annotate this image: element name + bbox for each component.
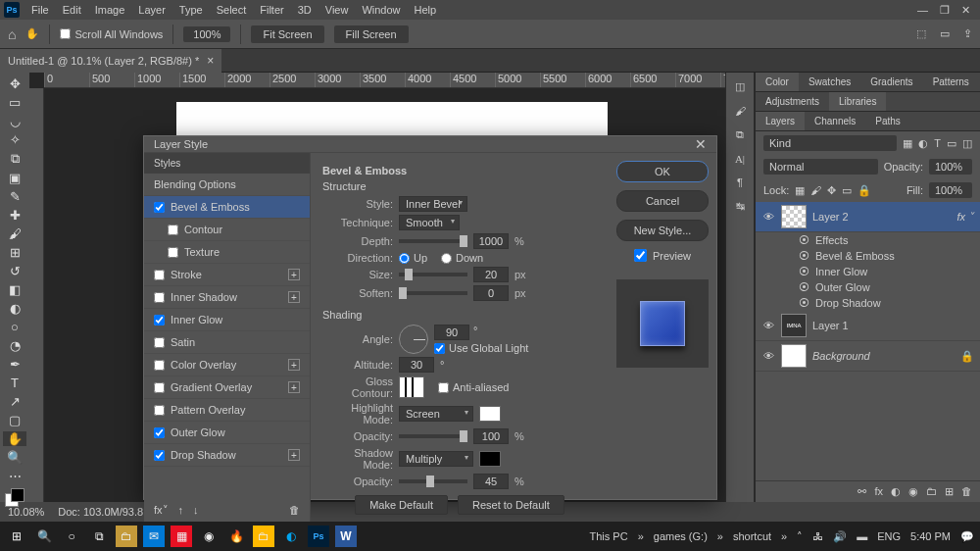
search-icon[interactable]: 🔍 [33,526,55,547]
tray-shortcut[interactable]: shortcut [733,530,771,542]
paragraph-panel-icon[interactable]: ¶ [737,176,743,188]
zoom-readout[interactable]: 10.08% [8,506,44,518]
texture-item[interactable]: Texture [144,241,310,264]
delete-layer-icon[interactable]: 🗑 [961,485,972,498]
layer-name[interactable]: Layer 2 [812,211,849,223]
pen-tool-icon[interactable]: ✒ [3,357,26,372]
battery-icon[interactable]: ▬ [857,530,867,542]
color-overlay-item[interactable]: Color Overlay+ [144,354,310,376]
shadow-color-swatch[interactable] [479,451,501,467]
outer-glow-item[interactable]: Outer Glow [144,422,310,444]
altitude-value[interactable]: 30 [399,357,434,373]
stamp-tool-icon[interactable]: ⊞ [3,245,26,260]
move-up-icon[interactable]: ↑ [178,504,184,517]
tab-close-icon[interactable]: × [207,54,214,68]
lock-artboard-icon[interactable]: ▭ [842,184,852,197]
zoom-tool-icon[interactable]: 🔍 [3,450,26,465]
healing-tool-icon[interactable]: ✚ [3,208,26,223]
history-brush-icon[interactable]: ↺ [3,264,26,278]
chevron-icon[interactable]: » [781,530,787,542]
lock-trans-icon[interactable]: ▦ [795,184,805,197]
taskview-icon[interactable]: ⧉ [88,526,110,547]
soften-slider[interactable] [399,291,467,295]
brush-tool-icon[interactable]: 🖌 [3,226,26,241]
effect-item[interactable]: ⦿Outer Glow [756,279,980,295]
clock[interactable]: 5:40 PM [910,530,951,542]
fx-menu-icon[interactable]: fx˅ [154,504,169,517]
effect-item[interactable]: ⦿Drop Shadow [756,295,980,311]
tab-libraries[interactable]: Libraries [829,92,886,111]
menu-image[interactable]: Image [89,2,131,18]
hand-icon[interactable]: ✋ [25,27,39,40]
preview-checkbox[interactable]: Preview [616,249,709,262]
firefox-icon[interactable]: 🔥 [225,526,247,547]
ok-button[interactable]: OK [616,161,709,182]
search-icon[interactable]: ⬚ [916,27,926,40]
filter-adjust-icon[interactable]: ◐ [918,137,928,150]
zoom-value[interactable]: 100% [183,26,230,42]
marquee-tool-icon[interactable]: ▭ [3,95,26,110]
path-tool-icon[interactable]: ↗ [3,394,26,409]
word-icon[interactable]: W [335,526,357,547]
layer-row[interactable]: 👁 Background 🔒 [756,341,980,372]
start-button[interactable]: ⊞ [6,526,27,547]
app-icon[interactable]: ▦ [171,526,192,547]
effect-item[interactable]: ⦿Bevel & Emboss [756,248,980,264]
frame-tool-icon[interactable]: ▣ [3,171,26,185]
make-default-button[interactable]: Make Default [355,495,448,515]
new-style-button[interactable]: New Style... [616,220,709,241]
styles-header[interactable]: Styles [144,153,310,174]
layer-thumbnail[interactable] [781,205,807,228]
style-dropdown[interactable]: Inner Bevel [399,196,467,212]
edit-toolbar-icon[interactable]: ⋯ [3,469,26,483]
link-layers-icon[interactable]: ⚯ [858,485,866,498]
glyph-panel-icon[interactable]: ↹ [736,200,745,213]
layer-row[interactable]: 👁 IMNA Layer 1 [756,311,980,341]
angle-value[interactable]: 90 [434,325,469,340]
anti-aliased-checkbox[interactable]: Anti-aliased [438,381,509,393]
filter-type-icon[interactable]: T [934,137,941,149]
wand-tool-icon[interactable]: ✧ [3,132,26,147]
menu-help[interactable]: Help [409,2,443,18]
fill-screen-button[interactable]: Fill Screen [334,25,409,43]
layer-fx-icon[interactable]: fx [874,485,883,498]
tray-up-icon[interactable]: ˄ [797,530,803,543]
menu-3d[interactable]: 3D [292,2,318,18]
menu-layer[interactable]: Layer [132,2,172,18]
fill-value[interactable]: 100% [929,182,972,198]
new-group-icon[interactable]: 🗀 [926,485,937,498]
inner-shadow-item[interactable]: Inner Shadow+ [144,286,310,309]
scroll-all-checkbox[interactable]: Scroll All Windows [60,28,163,40]
inner-glow-item[interactable]: Inner Glow [144,309,310,331]
dialog-titlebar[interactable]: Layer Style ✕ [144,136,716,153]
layer-thumbnail[interactable] [781,344,807,368]
share-icon[interactable]: ⇪ [963,27,972,40]
eraser-tool-icon[interactable]: ◧ [3,282,26,297]
menu-edit[interactable]: Edit [57,2,87,18]
workspace-icon[interactable]: ▭ [940,27,950,40]
blending-options-item[interactable]: Blending Options [144,174,310,196]
opacity-value[interactable]: 100% [929,159,972,175]
filter-pixel-icon[interactable]: ▦ [903,137,912,150]
stroke-item[interactable]: Stroke+ [144,264,310,286]
close-icon[interactable]: ✕ [961,4,970,17]
fit-screen-button[interactable]: Fit Screen [251,25,323,43]
new-layer-icon[interactable]: ⊞ [945,485,954,498]
edge-icon[interactable]: ◐ [280,526,302,547]
visibility-icon[interactable]: 👁 [761,320,775,331]
new-fill-icon[interactable]: ◉ [908,485,918,498]
tab-color[interactable]: Color [756,73,799,91]
eyedropper-tool-icon[interactable]: ✎ [3,189,26,204]
chevron-icon[interactable]: » [638,530,644,542]
lock-all-icon[interactable]: 🔒 [858,184,871,197]
chevron-icon[interactable]: » [717,530,723,542]
tray-games[interactable]: games (G:) [654,530,708,542]
fx-badge[interactable]: fx ˅ [956,211,974,224]
history-panel-icon[interactable]: ⧉ [736,128,744,141]
highlight-mode-dropdown[interactable]: Screen [399,406,473,422]
explorer-icon[interactable]: 🗀 [116,526,137,547]
size-slider[interactable] [399,273,467,276]
shadow-mode-dropdown[interactable]: Multiply [399,451,473,467]
layer-row[interactable]: 👁 Layer 2 fx ˅ [756,202,980,232]
global-light-checkbox[interactable]: Use Global Light [434,342,528,354]
